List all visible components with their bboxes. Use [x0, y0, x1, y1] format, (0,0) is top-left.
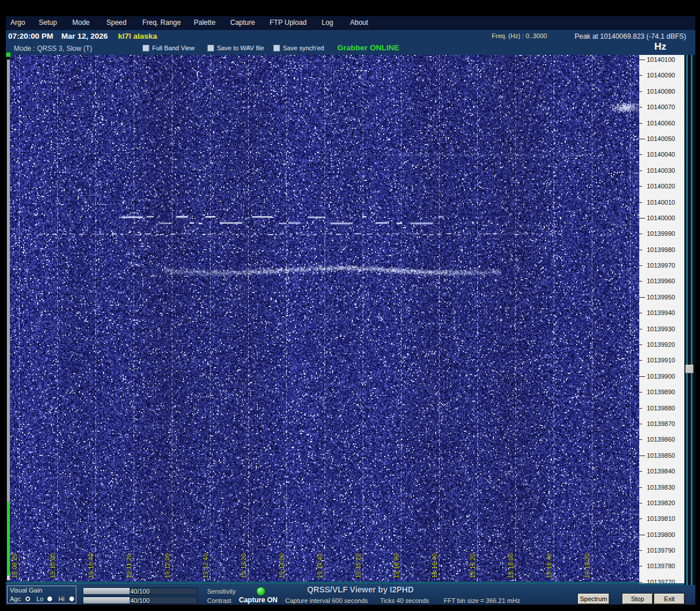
freq-tick-mark [639, 345, 642, 345]
time-tick-label: 19:09:20 [12, 553, 18, 578]
menu-item-mode[interactable]: Mode [72, 18, 90, 27]
spectrogram-area: 19:09:2019:10:0019:10:4019:11:2019:12:00… [8, 55, 639, 582]
freq-tick-mark [639, 582, 642, 583]
menu-item-about[interactable]: About [350, 18, 368, 27]
waterfall-bottom-border [6, 582, 639, 584]
save-synched-label: Save synch'ed [283, 45, 324, 51]
freq-tick-label: 10140100 [647, 56, 675, 63]
freq-tick-label: 10139960 [647, 277, 675, 284]
freq-tick-mark [639, 313, 642, 313]
visual-gain-title: Visual Gain [10, 587, 42, 594]
full-band-view-checkbox[interactable] [142, 45, 149, 51]
freq-tick-label: 10139920 [647, 341, 675, 348]
time-tick-label: 19:16:40 [432, 553, 438, 578]
visual-gain-group: Visual Gain Agc Lo Hi [7, 586, 76, 603]
menu-item-setup[interactable]: Setup [39, 18, 57, 27]
frequency-scale: 1014010010140090101400801014007010140060… [639, 55, 684, 585]
freq-tick-label: 10139990 [647, 230, 675, 237]
freq-tick-label: 10139980 [647, 246, 675, 253]
menu-item-speed[interactable]: Speed [106, 18, 127, 27]
freq-tick-mark [639, 535, 645, 535]
lo-radio[interactable] [47, 596, 53, 602]
freq-tick-mark [639, 202, 642, 203]
peak-readout: Peak at 10140069.823 (-74.1 dBFS) [574, 32, 686, 40]
freq-tick-mark [639, 139, 645, 139]
menu-item-ftp-upload[interactable]: FTP Upload [270, 18, 307, 27]
sensitivity-label: Sensitivity [207, 588, 236, 595]
time-tick-label: 19:18:40 [546, 553, 552, 578]
freq-tick-mark [639, 123, 642, 124]
freq-tick-mark [639, 519, 642, 519]
time-tick-label: 19:13:20 [241, 553, 247, 578]
time-tick-label: 19:12:40 [202, 553, 209, 578]
freq-scrollbar-thumb[interactable] [686, 365, 694, 373]
freq-tick-label: 10139780 [647, 562, 675, 569]
time-tick-label: 19:10:00 [50, 553, 56, 578]
time-tick-label: 19:14:00 [279, 553, 285, 578]
input-level-meter [6, 55, 10, 582]
freq-tick-label: 10140050 [647, 135, 675, 142]
sensitivity-slider[interactable]: 40/100 [83, 587, 197, 595]
freq-tick-mark [639, 329, 642, 329]
freq-tick-mark [639, 234, 642, 234]
time-tick-label: 19:14:40 [317, 553, 323, 578]
freq-tick-label: 10139870 [647, 420, 675, 427]
clock-time: 07:20:00 PM [8, 32, 53, 40]
freq-tick-mark [639, 171, 642, 171]
freq-tick-mark [639, 186, 642, 187]
time-tick-label: 19:15:20 [355, 553, 362, 578]
freq-tick-mark [639, 424, 642, 424]
meter-end-cap [7, 576, 10, 580]
freq-tick-mark [639, 503, 642, 503]
scrollbar-track-line [691, 55, 692, 585]
freq-tick-mark [639, 154, 642, 155]
exit-button[interactable]: Exit [654, 594, 684, 604]
menu-item-log[interactable]: Log [322, 18, 333, 27]
status-bar: 07:20:00 PM Mar 12, 2026 kl7l alaska Fre… [6, 30, 695, 42]
freq-tick-label: 10139820 [647, 499, 675, 506]
spectrum-button[interactable]: Spectrum [578, 594, 609, 604]
menu-item-freq-range[interactable]: Freq. Range [142, 18, 181, 27]
scrollbar-track-line [686, 55, 688, 585]
save-wav-label: Save to WAV file [217, 45, 264, 51]
capture-marker [6, 52, 11, 57]
freq-tick-mark [639, 487, 642, 488]
freq-tick-label: 10140000 [647, 214, 675, 221]
app-title: QRSS/VLF Viewer by I2PHD [297, 585, 424, 594]
freq-tick-mark [639, 566, 642, 566]
full-band-view-label: Full Band View [152, 45, 194, 51]
ticks-label: Ticks 40 seconds [380, 597, 429, 604]
menu-item-argo[interactable]: Argo [10, 18, 25, 27]
freq-tick-label: 10139790 [647, 547, 675, 554]
clock-date: Mar 12, 2026 [61, 32, 108, 40]
freq-tick-mark [639, 456, 645, 456]
lo-radio-label: Lo [36, 595, 43, 602]
freq-tick-label: 10139860 [647, 436, 675, 443]
bottom-control-bar: Visual Gain Agc Lo Hi 40/100 40/100 Sens… [6, 582, 695, 605]
save-wav-checkbox[interactable] [207, 45, 214, 51]
time-tick-label: 19:17:20 [470, 553, 476, 578]
agc-radio[interactable] [25, 596, 31, 602]
freq-tick-label: 10139880 [647, 405, 675, 412]
mode-readout: Mode : QRSS 3, Slow (T) [14, 45, 92, 53]
time-tick-label: 19:12:00 [164, 553, 171, 578]
freq-tick-mark [639, 91, 642, 92]
hi-radio-label: Hi [58, 595, 64, 602]
save-synched-checkbox[interactable] [273, 45, 280, 51]
time-tick-label: 19:11:20 [126, 554, 132, 578]
grabber-online-status: Grabber ONLINE [337, 43, 399, 52]
freq-tick-label: 10139940 [647, 309, 675, 316]
spectrogram-canvas[interactable] [8, 55, 639, 582]
freq-tick-label: 10139930 [647, 325, 675, 332]
fft-bin-label: FFT bin size = 366.21 mHz [444, 597, 520, 604]
freq-tick-label: 10139830 [647, 484, 675, 491]
freq-tick-label: 10139950 [647, 294, 675, 301]
menu-item-capture[interactable]: Capture [230, 18, 255, 27]
contrast-slider[interactable]: 40/100 [83, 597, 197, 604]
hi-radio[interactable] [69, 596, 75, 602]
freq-tick-label: 10139810 [647, 515, 675, 522]
freq-tick-mark [639, 60, 645, 60]
stop-button[interactable]: Stop [622, 594, 653, 604]
freq-tick-label: 10139910 [647, 357, 675, 364]
menu-item-palette[interactable]: Palette [194, 18, 215, 27]
